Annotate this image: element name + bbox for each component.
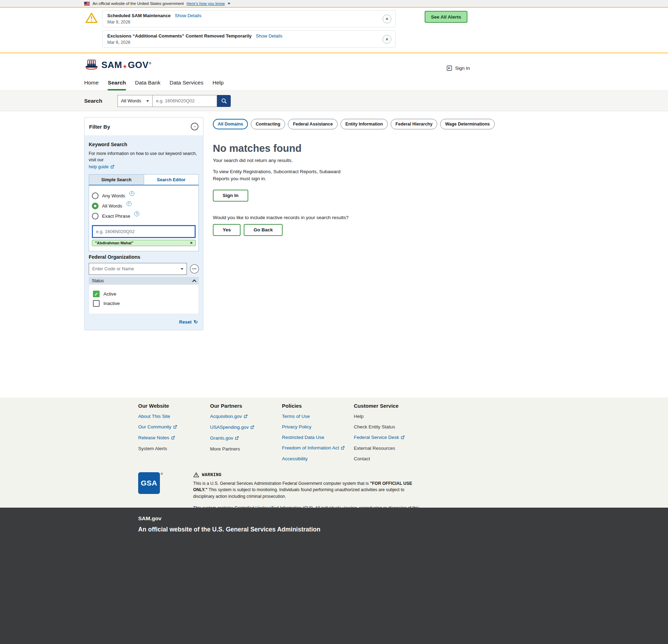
footer-link-terms-of-use[interactable]: Terms of Use xyxy=(282,414,354,419)
checkbox-active[interactable]: Active xyxy=(93,291,195,297)
keyword-input[interactable] xyxy=(92,225,196,238)
search-input[interactable] xyxy=(153,95,217,107)
radio-any-words[interactable]: Any Words xyxy=(92,192,196,199)
how-you-know-link[interactable]: Here’s how you know xyxy=(187,1,225,6)
footer-link-federal-service-desk[interactable]: Federal Service Desk xyxy=(354,435,426,440)
sign-in-link[interactable]: Sign In xyxy=(446,65,470,71)
footer-agency-line: An official website of the U.S. General … xyxy=(138,526,668,533)
keyword-help-text: For more information on how to use our k… xyxy=(89,150,199,163)
footer-heading: Customer Service xyxy=(354,403,426,409)
footer-link-help[interactable]: Help xyxy=(354,414,426,419)
warning-paragraph-1: This is a U.S. General Services Administ… xyxy=(193,480,420,500)
see-all-alerts-button[interactable]: See All Alerts xyxy=(425,11,467,23)
external-link-icon xyxy=(401,435,405,440)
external-link-icon xyxy=(250,425,254,430)
footer-heading: Our Partners xyxy=(210,403,282,409)
radio-checked-icon xyxy=(92,203,99,209)
external-link-icon xyxy=(235,436,239,441)
search-mode-select[interactable]: All Words xyxy=(117,95,153,107)
chevron-down-icon xyxy=(181,268,183,270)
go-back-button[interactable]: Go Back xyxy=(244,224,283,236)
pill-entity-information[interactable]: Entity Information xyxy=(340,119,388,129)
status-accordion-header[interactable]: Status xyxy=(89,277,199,285)
show-details-link[interactable]: Show Details xyxy=(256,33,283,39)
inactive-records-question: Would you like to include inactive recor… xyxy=(213,215,458,220)
status-heading: Status xyxy=(92,278,104,283)
remove-chip-icon[interactable] xyxy=(190,240,193,245)
close-icon[interactable] xyxy=(383,35,391,43)
yes-button[interactable]: Yes xyxy=(213,224,241,236)
footer-column-policies: Policies Terms of Use Privacy Policy Res… xyxy=(282,403,354,467)
footer-link-contact[interactable]: Contact xyxy=(354,456,426,461)
footer-heading: Our Website xyxy=(138,403,210,409)
sam-gov-logo[interactable]: SAMGOV® xyxy=(84,59,151,71)
tab-simple-search[interactable]: Simple Search xyxy=(89,175,144,185)
pill-wage-determinations[interactable]: Wage Determinations xyxy=(440,119,494,129)
checkbox-label: Active xyxy=(103,291,116,297)
external-link-icon xyxy=(341,446,345,451)
more-options-icon[interactable] xyxy=(190,264,199,273)
collapse-filters-icon[interactable] xyxy=(191,123,198,130)
footer-link-our-community[interactable]: Our Community xyxy=(138,424,210,430)
search-icon xyxy=(221,98,227,104)
sign-in-icon xyxy=(446,65,452,71)
sign-in-note: To view Entity Registrations, Subcontrac… xyxy=(213,168,354,183)
logo-sam-text: SAM xyxy=(101,60,122,70)
nav-home[interactable]: Home xyxy=(84,80,99,90)
sign-in-button[interactable]: Sign In xyxy=(213,190,248,202)
show-details-link[interactable]: Show Details xyxy=(175,13,202,18)
footer-link-grants-gov[interactable]: Grants.gov xyxy=(210,435,282,441)
help-guide-link[interactable]: help guide xyxy=(89,164,114,170)
warning-paragraph-2: This system contains Controlled Unclassi… xyxy=(193,505,420,508)
checkbox-inactive[interactable]: Inactive xyxy=(93,300,195,307)
footer-link-usaspending-gov[interactable]: USASpending.gov xyxy=(210,425,282,430)
external-link-icon xyxy=(244,414,248,419)
reset-button[interactable]: Reset xyxy=(179,319,198,325)
nav-help[interactable]: Help xyxy=(212,80,224,90)
warning-block: WARNING This is a U.S. General Services … xyxy=(193,472,420,508)
no-matches-subtitle: Your search did not return any results. xyxy=(213,158,458,163)
registered-mark: ® xyxy=(161,472,163,476)
nav-data-services[interactable]: Data Services xyxy=(169,80,203,90)
footer-link-system-alerts[interactable]: System Alerts xyxy=(138,446,210,451)
footer-link-about-this-site[interactable]: About This Site xyxy=(138,414,210,419)
pill-contracting[interactable]: Contracting xyxy=(251,119,285,129)
federal-organizations-heading: Federal Organizations xyxy=(89,254,199,260)
radio-label: All Words xyxy=(102,203,122,209)
footer-link-accessibility[interactable]: Accessibility xyxy=(282,456,354,461)
nav-search[interactable]: Search xyxy=(108,80,126,90)
pill-federal-assistance[interactable]: Federal Assistance xyxy=(288,119,337,129)
info-icon[interactable] xyxy=(127,201,131,206)
footer-link-acquisition-gov[interactable]: Acquisition.gov xyxy=(210,414,282,419)
domain-filter-pills: All Domains Contracting Federal Assistan… xyxy=(213,119,458,129)
keyword-chip: "Abdirahman Mahat" xyxy=(92,240,196,246)
chevron-up-icon xyxy=(192,279,196,283)
pill-federal-hierarchy[interactable]: Federal Hierarchy xyxy=(391,119,438,129)
nav-data-bank[interactable]: Data Bank xyxy=(135,80,160,90)
checkbox-checked-icon xyxy=(93,291,100,297)
footer-link-external-resources[interactable]: External Resources xyxy=(354,446,426,451)
star-icon xyxy=(123,64,127,69)
info-icon[interactable] xyxy=(129,191,134,196)
footer-link-check-entity-status[interactable]: Check Entity Status xyxy=(354,424,426,429)
info-icon[interactable] xyxy=(134,211,139,216)
footer-link-more-partners[interactable]: More Partners xyxy=(210,446,282,452)
external-link-icon xyxy=(110,165,114,170)
footer-link-foia[interactable]: Freedom of Information Act xyxy=(282,445,354,451)
footer-link-privacy-policy[interactable]: Privacy Policy xyxy=(282,424,354,429)
search-button[interactable] xyxy=(217,95,231,107)
site-header: SAMGOV® Sign In Home Search Data Bank Da… xyxy=(0,53,668,90)
alerts-section: Scheduled SAM Maintenance Show Details M… xyxy=(0,7,668,53)
tab-search-editor[interactable]: Search Editor xyxy=(144,175,199,185)
footer-heading: Policies xyxy=(282,403,354,409)
radio-exact-phrase[interactable]: Exact Phrase xyxy=(92,213,196,219)
external-link-icon xyxy=(173,425,177,430)
footer-link-restricted-data-use[interactable]: Restricted Data Use xyxy=(282,435,354,440)
footer-link-release-notes[interactable]: Release Notes xyxy=(138,435,210,441)
close-icon[interactable] xyxy=(383,14,391,23)
federal-organizations-select[interactable]: Enter Code or Name xyxy=(89,263,187,275)
alert-exclusions: Exclusions “Additional Comments” Content… xyxy=(102,30,396,48)
org-select-placeholder: Enter Code or Name xyxy=(92,266,134,271)
pill-all-domains[interactable]: All Domains xyxy=(213,119,248,129)
radio-all-words[interactable]: All Words xyxy=(92,203,196,209)
